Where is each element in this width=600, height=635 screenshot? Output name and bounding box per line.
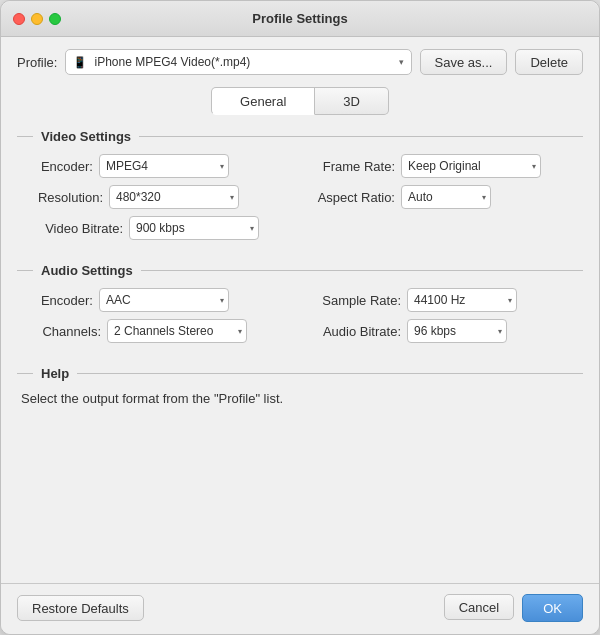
resolution-label: Resolution: — [33, 190, 103, 205]
ok-button[interactable]: OK — [522, 594, 583, 622]
video-bitrate-select[interactable]: 900 kbps — [129, 216, 259, 240]
audio-settings-section: Audio Settings Encoder: AAC ▾ — [17, 263, 583, 350]
resolution-select-wrapper: 480*320 ▾ — [109, 185, 239, 209]
audio-encoder-row: Encoder: AAC ▾ — [17, 288, 297, 312]
tab-3d[interactable]: 3D — [315, 87, 389, 115]
sample-rate-select[interactable]: 44100 Hz — [407, 288, 517, 312]
audio-encoder-label: Encoder: — [33, 293, 93, 308]
channels-select-wrapper: 2 Channels Stereo ▾ — [107, 319, 247, 343]
audio-section-line-left — [17, 270, 33, 271]
frame-rate-select[interactable]: Keep Original — [401, 154, 541, 178]
video-col-right-1: Frame Rate: Keep Original ▾ — [297, 154, 583, 185]
frame-rate-row: Frame Rate: Keep Original ▾ — [297, 154, 583, 178]
help-section-header: Help — [17, 366, 583, 381]
help-section-line-left — [17, 373, 33, 374]
tabs-row: General 3D — [17, 87, 583, 115]
video-settings-title: Video Settings — [41, 129, 131, 144]
minimize-button[interactable] — [31, 13, 43, 25]
window-title: Profile Settings — [252, 11, 347, 26]
encoder-row: Encoder: MPEG4 ▾ — [17, 154, 297, 178]
profile-label: Profile: — [17, 55, 57, 70]
audio-bitrate-select[interactable]: 96 kbps — [407, 319, 507, 343]
aspect-ratio-row: Aspect Ratio: Auto ▾ — [297, 185, 583, 209]
video-settings-section: Video Settings Encoder: MPEG4 ▾ — [17, 129, 583, 247]
audio-encoder-select-wrapper: AAC ▾ — [99, 288, 229, 312]
aspect-ratio-label: Aspect Ratio: — [313, 190, 395, 205]
profile-settings-window: Profile Settings Profile: 📱 iPhone MPEG4… — [0, 0, 600, 635]
phone-icon: 📱 — [73, 56, 87, 69]
video-bitrate-label: Video Bitrate: — [33, 221, 123, 236]
audio-col-left-2: Channels: 2 Channels Stereo ▾ — [17, 319, 297, 350]
video-section-header: Video Settings — [17, 129, 583, 144]
audio-row-2: Channels: 2 Channels Stereo ▾ Audio Bitr… — [17, 319, 583, 350]
audio-bitrate-row: Audio Bitrate: 96 kbps ▾ — [297, 319, 583, 343]
channels-select[interactable]: 2 Channels Stereo — [107, 319, 247, 343]
close-button[interactable] — [13, 13, 25, 25]
channels-label: Channels: — [33, 324, 101, 339]
video-bitrate-select-wrapper: 900 kbps ▾ — [129, 216, 259, 240]
audio-bitrate-label: Audio Bitrate: — [313, 324, 401, 339]
bottom-right-buttons: Cancel OK — [444, 594, 583, 622]
resolution-row: Resolution: 480*320 ▾ — [17, 185, 297, 209]
encoder-label: Encoder: — [33, 159, 93, 174]
audio-col-left-1: Encoder: AAC ▾ — [17, 288, 297, 319]
audio-settings-title: Audio Settings — [41, 263, 133, 278]
audio-encoder-select[interactable]: AAC — [99, 288, 229, 312]
sample-rate-row: Sample Rate: 44100 Hz ▾ — [297, 288, 583, 312]
tab-general[interactable]: General — [211, 87, 315, 115]
video-row-1: Encoder: MPEG4 ▾ Frame Rate: — [17, 154, 583, 185]
sample-rate-select-wrapper: 44100 Hz ▾ — [407, 288, 517, 312]
video-col-left-2: Resolution: 480*320 ▾ — [17, 185, 297, 216]
delete-button[interactable]: Delete — [515, 49, 583, 75]
sample-rate-label: Sample Rate: — [313, 293, 401, 308]
resolution-select[interactable]: 480*320 — [109, 185, 239, 209]
bottom-bar: Restore Defaults Cancel OK — [1, 583, 599, 634]
main-content: Profile: 📱 iPhone MPEG4 Video(*.mp4) ▾ S… — [1, 37, 599, 583]
title-bar: Profile Settings — [1, 1, 599, 37]
frame-rate-select-wrapper: Keep Original ▾ — [401, 154, 541, 178]
section-line-right — [139, 136, 583, 137]
maximize-button[interactable] — [49, 13, 61, 25]
video-col-right-2: Aspect Ratio: Auto ▾ — [297, 185, 583, 216]
audio-section-header: Audio Settings — [17, 263, 583, 278]
aspect-ratio-select-wrapper: Auto ▾ — [401, 185, 491, 209]
save-as-button[interactable]: Save as... — [420, 49, 508, 75]
audio-section-line-right — [141, 270, 583, 271]
audio-col-right-1: Sample Rate: 44100 Hz ▾ — [297, 288, 583, 319]
cancel-button[interactable]: Cancel — [444, 594, 514, 620]
channels-row: Channels: 2 Channels Stereo ▾ — [17, 319, 297, 343]
video-col-left-1: Encoder: MPEG4 ▾ — [17, 154, 297, 185]
frame-rate-label: Frame Rate: — [313, 159, 395, 174]
profile-select-wrapper: 📱 iPhone MPEG4 Video(*.mp4) ▾ — [65, 49, 411, 75]
restore-defaults-button[interactable]: Restore Defaults — [17, 595, 144, 621]
encoder-select[interactable]: MPEG4 — [99, 154, 229, 178]
section-line-left — [17, 136, 33, 137]
help-title: Help — [41, 366, 69, 381]
profile-select[interactable]: iPhone MPEG4 Video(*.mp4) — [65, 49, 411, 75]
audio-bitrate-select-wrapper: 96 kbps ▾ — [407, 319, 507, 343]
audio-row-1: Encoder: AAC ▾ Sample Rate: — [17, 288, 583, 319]
aspect-ratio-select[interactable]: Auto — [401, 185, 491, 209]
encoder-select-wrapper: MPEG4 ▾ — [99, 154, 229, 178]
audio-col-right-2: Audio Bitrate: 96 kbps ▾ — [297, 319, 583, 350]
video-bitrate-row: Video Bitrate: 900 kbps ▾ — [17, 216, 583, 240]
help-section: Help Select the output format from the "… — [17, 366, 583, 406]
help-text: Select the output format from the "Profi… — [17, 391, 583, 406]
profile-row: Profile: 📱 iPhone MPEG4 Video(*.mp4) ▾ S… — [17, 49, 583, 75]
help-section-line-right — [77, 373, 583, 374]
video-row-2: Resolution: 480*320 ▾ Aspect Ratio: — [17, 185, 583, 216]
traffic-lights — [13, 13, 61, 25]
